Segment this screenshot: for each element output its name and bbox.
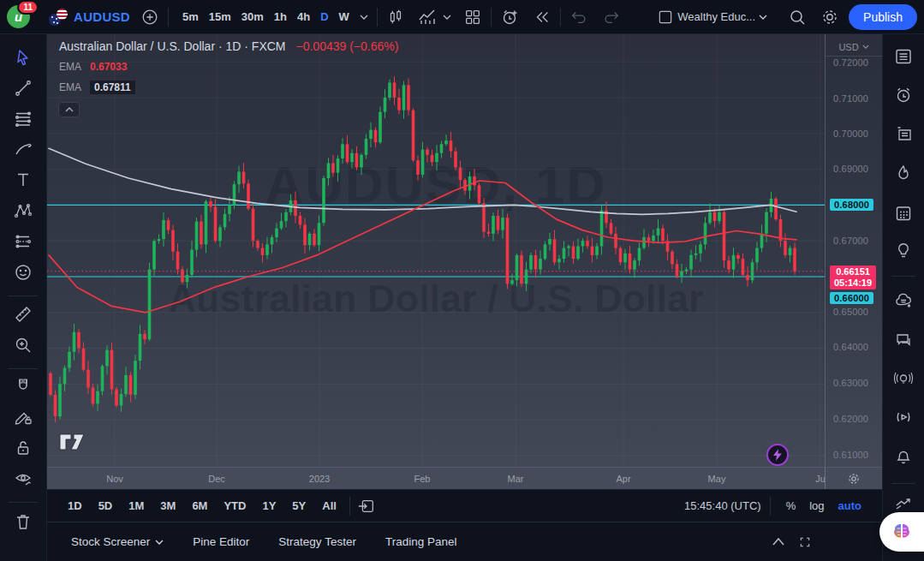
alert-add-icon[interactable] [500,7,521,27]
timeframe-30m[interactable]: 30m [236,6,269,27]
account-avatar[interactable]: u 11 [7,5,30,28]
chart-column: AUDUSD, 1D Australian Dollar / U.S. Doll… [47,34,882,561]
level-price-label[interactable]: 0.66000 [830,292,873,304]
range-all[interactable]: All [315,495,343,516]
axis-settings-button[interactable] [825,468,882,489]
remove-drawings-icon[interactable] [9,509,38,534]
time-label-nov: Nov [106,474,123,484]
publish-button[interactable]: Publish [849,4,917,30]
timeframe-chevron-icon[interactable] [360,15,368,20]
zoom-in-tool-icon[interactable] [9,332,38,358]
ema-value: 0.67811 [90,81,135,94]
tab-label: Pine Editor [193,535,249,548]
time-label-apr: Apr [616,474,630,484]
percent-scale-button[interactable]: % [779,495,803,516]
alerts-icon[interactable] [890,82,917,108]
timeframe-1h[interactable]: 1h [269,6,292,27]
timeframe-15m[interactable]: 15m [204,6,236,27]
indicators-icon[interactable] [417,7,438,27]
symbol-search-button[interactable]: AUDUSD [44,9,135,26]
clock[interactable]: 15:45:40 (UTC) [684,499,761,512]
tab-stock-screener[interactable]: Stock Screener [61,530,174,553]
time-axis-labels[interactable]: NovDec2023FebMarAprMayJu [47,468,825,489]
search-icon[interactable] [787,7,808,27]
bar-replay-icon[interactable] [533,8,551,27]
ema-value: 0.67033 [90,61,127,73]
minds-icon[interactable] [890,289,917,314]
tradingview-logo[interactable] [59,433,86,454]
panel-maximize-icon[interactable] [798,535,812,549]
magnet-tool-icon[interactable] [9,373,38,399]
timeframe-w[interactable]: W [334,6,355,27]
emoji-tool-icon[interactable] [9,260,38,285]
drawing-edit-lock-icon[interactable] [9,404,38,430]
price-chart-svg[interactable] [47,34,825,467]
timeframe-4h[interactable]: 4h [292,6,315,27]
axis-currency-selector[interactable]: USD [826,38,882,57]
cursor-tool-icon[interactable] [9,45,38,70]
chat-icon[interactable] [890,327,917,353]
log-scale-button[interactable]: log [802,495,831,516]
indicators-chevron-icon[interactable] [443,15,451,20]
hide-drawings-icon[interactable] [9,466,38,492]
lock-all-tool-icon[interactable] [9,435,38,461]
layout-menu-button[interactable]: Wealthy Educ... [651,4,773,30]
level-price-label[interactable]: 0.68000 [830,199,873,211]
auto-scale-button[interactable]: auto [832,495,868,516]
prediction-tool-icon[interactable] [9,229,38,254]
currency-chevron-icon [862,45,869,49]
range-1y[interactable]: 1Y [255,495,283,516]
symbol-description[interactable]: Australian Dollar / U.S. Dollar · 1D · F… [59,39,286,53]
tab-trading-panel[interactable]: Trading Panel [375,530,468,553]
instant-trading-bolt-button[interactable] [766,444,789,466]
indicator-row-ema-fast[interactable]: EMA 0.67033 [59,59,398,74]
undo-icon[interactable] [569,8,588,27]
ideas-bulb-icon[interactable] [890,237,917,263]
range-6m[interactable]: 6M [185,495,214,516]
range-5d[interactable]: 5D [92,495,120,516]
range-3m[interactable]: 3M [153,495,182,516]
right-sidebar [882,34,924,561]
chart-style-candles-icon[interactable] [386,8,405,27]
notes-add-icon[interactable] [890,121,917,146]
symbol-name: AUDUSD [74,9,130,24]
timeframe-d[interactable]: D [315,6,333,27]
timeframe-5m[interactable]: 5m [177,6,204,27]
calendar-icon[interactable] [890,200,917,226]
last-price-value: 0.66151 [834,266,872,278]
indicator-row-ema-slow[interactable]: EMA 0.67811 [59,80,398,94]
tab-label: Stock Screener [71,535,150,548]
chart-pane[interactable]: AUDUSD, 1D Australian Dollar / U.S. Doll… [47,34,882,467]
fib-retracement-tool-icon[interactable] [9,106,38,132]
tab-pine-editor[interactable]: Pine Editor [182,530,259,553]
range-1d[interactable]: 1D [61,495,89,516]
xabcd-pattern-tool-icon[interactable] [9,198,38,224]
watchlist-icon[interactable] [890,44,917,69]
streams-icon[interactable] [890,404,917,430]
brush-tool-icon[interactable] [9,136,38,162]
tab-label: Trading Panel [385,535,457,548]
text-tool-icon[interactable] [9,167,38,193]
price-axis[interactable]: USD 0.66151 05:14:19 0.720000.710000.700… [825,34,882,467]
hotlists-flame-icon[interactable] [890,160,917,186]
redo-icon[interactable] [602,8,621,27]
range-1m[interactable]: 1M [122,495,151,516]
price-change: −0.00439 (−0.66%) [296,39,399,53]
range-ytd[interactable]: YTD [217,495,253,516]
compare-add-icon[interactable] [140,8,159,27]
range-5y[interactable]: 5Y [285,495,313,516]
time-axis[interactable]: NovDec2023FebMarAprMayJu [47,467,882,489]
ai-assistant-brain-button[interactable] [879,512,924,552]
legend-collapse-button[interactable] [58,102,80,117]
panel-collapse-icon[interactable] [772,538,784,546]
measure-ruler-tool-icon[interactable] [9,301,38,327]
divider [891,276,915,277]
settings-gear-icon[interactable] [820,7,840,27]
trend-line-tool-icon[interactable] [9,75,38,101]
divider [891,483,915,484]
live-ideas-icon[interactable] [890,366,917,391]
goto-date-icon[interactable] [357,497,376,516]
notifications-bell-icon[interactable] [890,443,917,468]
grid-layout-icon[interactable] [463,8,482,27]
tab-strategy-tester[interactable]: Strategy Tester [268,530,367,553]
